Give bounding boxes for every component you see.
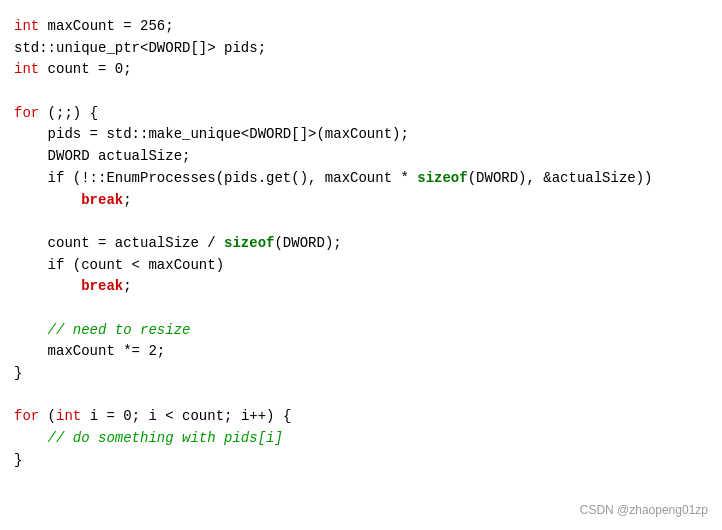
code-line-line21: } bbox=[14, 450, 708, 472]
code-line-line17: } bbox=[14, 363, 708, 385]
code-line-line5: for (;;) { bbox=[14, 103, 708, 125]
code-line-line2: std::unique_ptr<DWORD[]> pids; bbox=[14, 38, 708, 60]
code-line-line11: count = actualSize / sizeof(DWORD); bbox=[14, 233, 708, 255]
code-line-line18 bbox=[14, 385, 708, 407]
code-line-line6: pids = std::make_unique<DWORD[]>(maxCoun… bbox=[14, 124, 708, 146]
code-line-line13: break; bbox=[14, 276, 708, 298]
code-line-line1: int maxCount = 256; bbox=[14, 16, 708, 38]
code-line-line14 bbox=[14, 298, 708, 320]
code-line-line3: int count = 0; bbox=[14, 59, 708, 81]
code-line-line10 bbox=[14, 211, 708, 233]
code-line-line9: break; bbox=[14, 190, 708, 212]
code-line-line12: if (count < maxCount) bbox=[14, 255, 708, 277]
code-line-line4 bbox=[14, 81, 708, 103]
watermark: CSDN @zhaopeng01zp bbox=[580, 501, 708, 520]
code-line-line16: maxCount *= 2; bbox=[14, 341, 708, 363]
code-line-line15: // need to resize bbox=[14, 320, 708, 342]
code-line-line19: for (int i = 0; i < count; i++) { bbox=[14, 406, 708, 428]
code-block: int maxCount = 256;std::unique_ptr<DWORD… bbox=[0, 0, 722, 530]
code-line-line20: // do something with pids[i] bbox=[14, 428, 708, 450]
code-line-line7: DWORD actualSize; bbox=[14, 146, 708, 168]
code-content: int maxCount = 256;std::unique_ptr<DWORD… bbox=[14, 16, 708, 471]
code-line-line8: if (!::EnumProcesses(pids.get(), maxCoun… bbox=[14, 168, 708, 190]
